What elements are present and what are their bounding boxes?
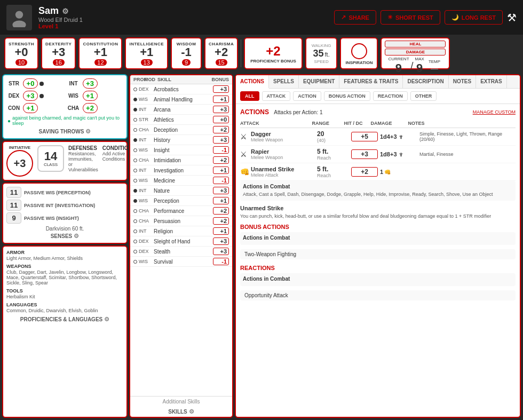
weapon-info: Dagger Melee Weapon (251, 131, 315, 142)
skill-row[interactable]: CHA Performance +2 (130, 206, 232, 216)
weapon-row[interactable]: ⚔ Rapier Melee Weapon 5 ft. Reach +3 1d8… (240, 146, 516, 163)
attack-range: 5 ft. Reach (317, 165, 349, 178)
skill-row[interactable]: INT Investigation +1 (130, 165, 232, 176)
tab-features-and-traits[interactable]: FEATURES & TRAITS (339, 75, 403, 88)
passive-perception-label: PASSIVE WIS (PERCEPTION) (24, 190, 91, 195)
tab-notes[interactable]: NOTES (449, 75, 476, 88)
damage-button[interactable]: DAMAGE (385, 49, 446, 56)
subtab-action[interactable]: ACTION (293, 91, 321, 101)
skill-bonus: +2 (213, 207, 229, 215)
tab-actions[interactable]: ACTIONS (236, 75, 269, 89)
tab-spells[interactable]: SPELLS (269, 75, 299, 88)
wis-save-val: +1 (83, 91, 98, 101)
dex-dot (39, 94, 44, 98)
tools-prof-content: Herbalism Kit (6, 294, 123, 299)
passive-perception-val: 11 (6, 187, 21, 198)
skill-name: Medicine (154, 178, 211, 184)
skill-row[interactable]: DEX Sleight of Hand +3 (130, 236, 232, 247)
charisma-base: 15 (216, 59, 227, 66)
tab-extras[interactable]: EXTRAS (476, 75, 507, 88)
skills-settings-icon[interactable] (189, 408, 194, 415)
skills-list: DEX Acrobatics +3 WIS Animal Handling +1… (130, 84, 232, 396)
subtab-reaction[interactable]: REACTION (373, 91, 408, 101)
skill-bonus: +1 (213, 167, 229, 174)
skill-proficiency-dot (133, 138, 137, 142)
int-label: INT (66, 81, 81, 86)
skill-name: Insight (154, 147, 211, 153)
skill-row[interactable]: DEX Acrobatics +3 (130, 84, 232, 94)
skill-name: Religion (154, 228, 211, 234)
tab-equipment[interactable]: EQUIPMENT (299, 75, 339, 88)
passive-insight-label: PASSIVE WIS (INSIGHT) (24, 216, 79, 221)
subtab-attack[interactable]: ATTACK (262, 91, 291, 101)
senses-settings-icon[interactable] (74, 233, 79, 240)
skill-name: Survival (154, 259, 211, 265)
long-rest-button[interactable]: 🌙 LONG REST (445, 10, 503, 25)
defenses-section: DEFENSES Resistances, Immunities, or Vul… (68, 145, 98, 172)
two-weapon-fighting[interactable]: Two-Weapon Fighting (240, 249, 516, 259)
manage-custom-button[interactable]: MANAGE CUSTOM (473, 109, 516, 115)
languages-prof-label: LANGUAGES (6, 302, 123, 307)
cha-label: CHA (66, 105, 81, 111)
skill-row[interactable]: INT History +3 (130, 135, 232, 145)
skill-row[interactable]: WIS Animal Handling +1 (130, 94, 232, 105)
share-button[interactable]: ↗ SHARE (334, 10, 376, 25)
tab-description[interactable]: DESCRIPTION (403, 75, 448, 88)
skill-name: Intimidation (154, 157, 211, 163)
range-extra: (40) (317, 138, 349, 143)
wis-save-row: WIS +1 (66, 91, 124, 101)
actions-content: ACTIONS Attacks per Action: 1 MANAGE CUS… (236, 104, 520, 417)
hp-temp: — (431, 64, 438, 73)
inspiration-box[interactable]: INSPIRATION (340, 37, 378, 69)
languages-prof-content: Common, Druidic, Dwarvish, Elvish, Gobli… (6, 308, 123, 313)
tabs-row: ACTIONSSPELLSEQUIPMENTFEATURES & TRAITSD… (236, 75, 520, 89)
svg-point-1 (12, 20, 26, 27)
skill-proficiency-dot (133, 199, 137, 203)
skill-name: Acrobatics (154, 86, 211, 92)
armor-class-block: 14 CLASS (37, 145, 64, 172)
attack-notes: Simple, Finesse, Light, Thrown, Range (2… (419, 131, 516, 142)
skill-row[interactable]: INT Nature +3 (130, 186, 232, 196)
skill-bonus: -1 (213, 146, 229, 154)
intelligence-base: 13 (141, 59, 153, 66)
saving-throws-settings-icon[interactable] (85, 128, 91, 135)
skill-name: Persuasion (154, 218, 211, 224)
skill-row[interactable]: WIS Survival -1 (130, 257, 232, 267)
skill-row[interactable]: CHA Persuasion +2 (130, 216, 232, 226)
subtab-other[interactable]: OTHER (410, 91, 437, 101)
settings-gear-icon[interactable]: ⚙ (62, 7, 69, 15)
skill-bonus: +2 (213, 217, 229, 225)
charmed-note: ● against being charmed, and magic can't… (7, 115, 122, 126)
skill-row[interactable]: INT Arcana +3 (130, 105, 232, 115)
skill-row[interactable]: DEX Stealth +3 (130, 247, 232, 257)
weapons-prof-label: WEAPONS (6, 264, 123, 269)
subtab-all[interactable]: ALL (240, 91, 259, 101)
damage-type-icon: 👊 (384, 169, 391, 175)
weapon-row[interactable]: ⚔ Dagger Melee Weapon 20 (40) +5 1d4+3 🗡… (240, 128, 516, 146)
hp-current: 9 (395, 61, 402, 75)
short-rest-button[interactable]: ☀ SHORT REST (381, 10, 440, 25)
opportunity-attack[interactable]: Opportunity Attack (240, 290, 516, 300)
weapon-row[interactable]: 👊 Unarmed Strike Melee Attack 5 ft. Reac… (240, 163, 516, 181)
proficiencies-settings-icon[interactable] (104, 316, 109, 323)
skill-row[interactable]: INT Religion +1 (130, 226, 232, 236)
skill-row[interactable]: WIS Perception +1 (130, 196, 232, 206)
combat-actions-block: Actions in Combat Attack, Cast a Spell, … (240, 181, 516, 201)
skill-row[interactable]: CHA Deception +2 (130, 125, 232, 135)
skill-row[interactable]: CHA Intimidation +2 (130, 155, 232, 165)
weapon-info: Rapier Melee Weapon (251, 148, 315, 160)
skill-row[interactable]: WIS Insight -1 (130, 145, 232, 155)
constitution-stat: CONSTITUTION +1 12 (78, 37, 122, 69)
heal-button[interactable]: HEAL (385, 41, 446, 47)
damage-value: 1d4+3 (380, 133, 397, 140)
skill-bonus: +2 (213, 126, 229, 133)
subtab-bonus-action[interactable]: BONUS ACTION (324, 91, 370, 101)
speed-unit: ft. (325, 51, 330, 58)
skill-row[interactable]: STR Athletics +0 (130, 115, 232, 125)
additional-skills[interactable]: Additional Skills (130, 396, 232, 407)
reactions-combat-block: Actions in Combat (240, 273, 516, 286)
skill-name: Performance (154, 208, 211, 214)
skill-row[interactable]: WIS Medicine -1 (130, 176, 232, 186)
skill-ability: CHA (139, 208, 152, 213)
skill-ability: WIS (139, 259, 152, 264)
